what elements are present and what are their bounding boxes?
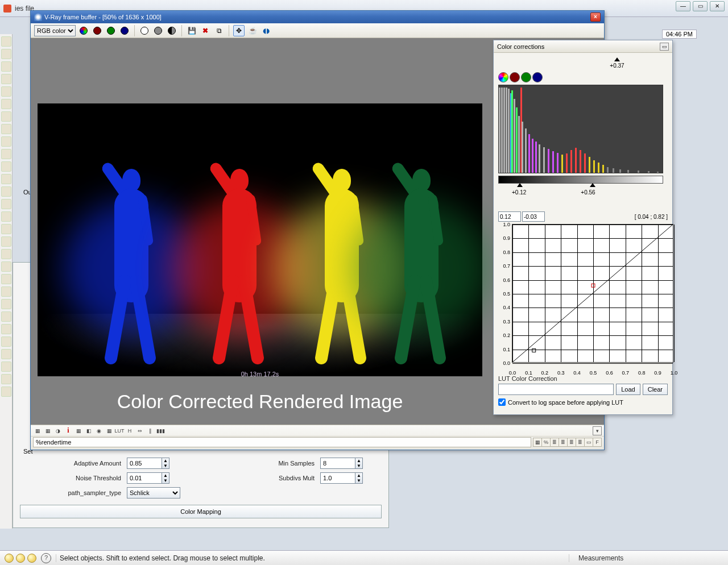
vfb-bot-icon[interactable]: ◧ [84,426,93,435]
cc-close-button[interactable]: ▭ [660,43,669,51]
tool-icon[interactable] [1,86,11,97]
track-mouse-icon[interactable]: ✥ [233,25,245,36]
red-channel-icon[interactable] [92,25,103,36]
tool-icon[interactable] [1,299,11,309]
tool-icon[interactable] [1,174,11,184]
bulb-icon[interactable] [27,554,36,563]
tool-icon[interactable] [1,211,11,222]
help-icon[interactable]: ? [41,553,51,563]
histogram[interactable] [498,85,663,173]
channel-swatch[interactable] [532,72,543,82]
vfb-close-button[interactable]: × [590,13,601,22]
copy-icon[interactable]: ⧉ [213,25,225,36]
levels-gradient[interactable] [498,176,663,184]
lut-clear-button[interactable]: Clear [643,384,668,395]
channel-swatch[interactable] [521,72,531,82]
tool-icon[interactable] [1,36,11,47]
render-icon[interactable]: ☕ [247,25,258,36]
vfb-bot-icon[interactable]: ▦ [43,426,52,435]
tool-icon[interactable] [1,111,11,122]
vfb-bot-icon[interactable]: ◑ [53,426,63,435]
tool-icon[interactable] [1,161,11,172]
save-icon[interactable]: 💾 [186,25,197,36]
tool-icon[interactable] [1,186,11,197]
vfb-bot-icon[interactable]: i [64,426,73,435]
lut-path-input[interactable] [498,384,614,395]
spinner[interactable]: ▲▼ [355,458,363,469]
region-icon[interactable]: ◖◗ [260,25,272,36]
lut-load-button[interactable]: Load [616,384,640,395]
spinner[interactable]: ▲▼ [162,472,169,484]
adaptive-amount-input[interactable] [127,458,162,469]
vfb-align-icon[interactable]: % [541,438,551,447]
maximize-button[interactable]: ▭ [693,1,708,11]
vfb-bot-icon[interactable]: LUT [115,426,124,435]
tool-icon[interactable] [1,249,11,259]
tool-icon[interactable] [1,261,11,272]
collapse-icon[interactable]: ▾ [593,426,602,435]
lut-logspace-input[interactable] [498,398,506,406]
vfb-align-icon[interactable]: ▦ [533,438,542,447]
spinner[interactable]: ▲▼ [162,458,169,469]
vfb-align-icon[interactable]: ≣ [550,438,559,447]
blue-channel-icon[interactable] [119,25,130,36]
vfb-bot-icon[interactable]: H [125,426,134,435]
minimize-button[interactable]: — [676,1,690,11]
tool-icon[interactable] [1,99,11,109]
tool-icon[interactable] [1,149,11,159]
white-point-marker[interactable] [590,183,595,187]
close-button[interactable]: ✕ [710,1,725,11]
curve-x-input[interactable] [498,211,521,222]
vfb-bot-icon[interactable]: ▦ [33,426,42,435]
exposure-marker[interactable]: +0.37 [498,56,668,69]
vfb-bot-icon[interactable]: ▦ [105,426,114,435]
tool-icon[interactable] [1,336,11,347]
channel-swatch[interactable] [510,72,520,82]
curve-canvas[interactable]: 1.00.90.80.70.60.50.40.30.20.10.0 0.00.1… [512,224,673,363]
vfb-bot-icon[interactable]: ◉ [94,426,104,435]
vfb-bot-icon[interactable]: ⇔ [135,426,144,435]
tool-icon[interactable] [1,136,11,147]
tool-icon[interactable] [1,124,11,134]
tool-icon[interactable] [1,324,11,334]
vfb-titlebar[interactable]: V-Ray frame buffer - [50% of 1636 x 1000… [31,11,604,23]
black-point-marker[interactable] [517,183,523,187]
alpha-icon[interactable] [152,25,164,36]
vfb-bot-icon[interactable]: ∥ [146,426,155,435]
path-sampler-select[interactable]: Schlick [127,487,180,498]
tool-icon[interactable] [1,349,11,359]
noise-threshold-input[interactable] [127,472,162,484]
curve-y-input[interactable] [522,211,545,222]
lut-logspace-checkbox[interactable]: Convert to log space before applying LUT [498,398,668,406]
bulb-icon[interactable] [5,554,14,563]
tool-icon[interactable] [1,311,11,322]
tool-icon[interactable] [1,74,11,84]
mono-icon[interactable] [139,25,150,36]
channel-select[interactable]: RGB color [34,25,76,36]
color-mapping-button[interactable]: Color Mapping [20,505,382,518]
tool-icon[interactable] [1,387,11,397]
min-samples-input[interactable] [320,458,355,469]
vfb-align-icon[interactable]: F [593,438,602,447]
switch-icon[interactable] [166,25,177,36]
vfb-align-icon[interactable]: ≣ [576,438,585,447]
spinner[interactable]: ▲▼ [355,472,363,484]
green-channel-icon[interactable] [105,25,117,36]
tool-icon[interactable] [1,199,11,209]
tool-icon[interactable] [1,286,11,297]
vfb-align-icon[interactable]: ▭ [584,438,593,447]
tool-icon[interactable] [1,374,11,384]
channel-swatch[interactable] [498,72,508,82]
tool-icon[interactable] [1,274,11,284]
rgb-all-icon[interactable] [78,25,89,36]
tool-icon[interactable] [1,224,11,234]
clear-icon[interactable]: ✖ [200,25,211,36]
bulb-icon[interactable] [16,554,25,563]
subdivs-mult-input[interactable] [320,472,355,484]
vfb-command-input[interactable] [33,437,531,447]
tool-icon[interactable] [1,236,11,247]
tool-icon[interactable] [1,49,11,59]
vfb-align-icon[interactable]: ≣ [559,438,568,447]
vfb-align-icon[interactable]: ≣ [567,438,576,447]
vfb-bot-icon[interactable]: ▮▮▮ [156,426,165,435]
